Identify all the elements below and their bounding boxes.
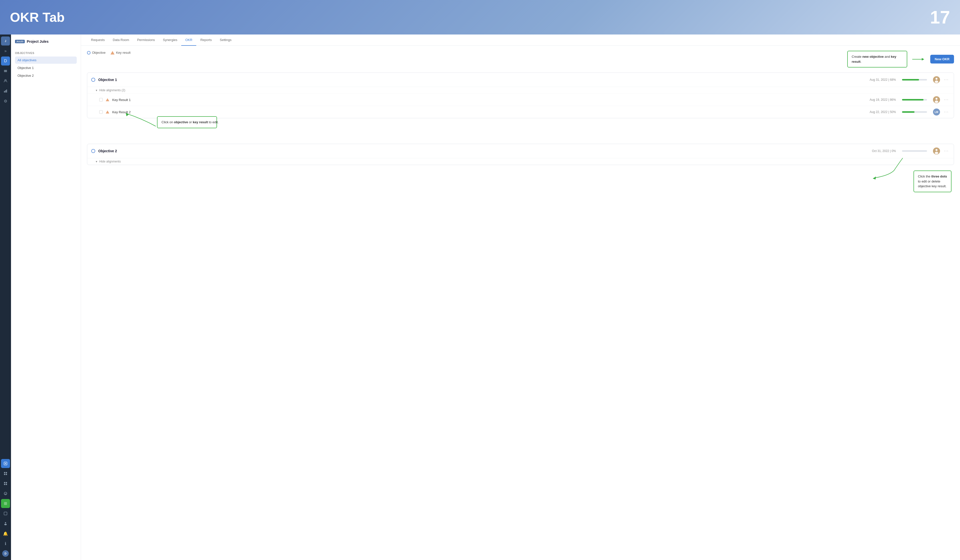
rail-gear-icon[interactable]: ⚙ xyxy=(1,96,10,106)
objective-2-progress-bar xyxy=(902,150,927,152)
objective-legend-label: Objective xyxy=(92,51,106,54)
svg-rect-13 xyxy=(6,482,7,483)
objective-card-2: Objective 2 Oct 31, 2022 | 0% ··· xyxy=(87,144,954,165)
svg-rect-8 xyxy=(4,472,5,473)
objective-2-row: Objective 2 Oct 31, 2022 | 0% ··· xyxy=(87,144,954,158)
project-name: Project Jules xyxy=(27,40,48,43)
rail-person-icon[interactable] xyxy=(1,519,10,528)
three-dots-callout: Click the three dotsto edit or deleteobj… xyxy=(914,171,952,192)
svg-rect-9 xyxy=(6,472,7,473)
legend-row: Objective Key result xyxy=(87,51,131,54)
svg-point-27 xyxy=(935,80,938,83)
objective-1-three-dots[interactable]: ··· xyxy=(943,77,950,82)
page-title: OKR Tab xyxy=(10,10,65,25)
rail-chart-icon[interactable] xyxy=(1,86,10,96)
objective-2-name[interactable]: Objective 2 xyxy=(98,149,869,153)
tab-settings[interactable]: Settings xyxy=(216,35,235,46)
kr-2-avatar: LM xyxy=(933,109,940,115)
new-okr-button[interactable]: New OKR xyxy=(930,55,954,64)
callout-create-text3: . xyxy=(861,60,861,64)
key-result-legend: Key result xyxy=(110,51,131,54)
kr-2-meta: Aug 22, 2022 | 50% xyxy=(869,110,896,114)
rail-app1-icon[interactable] xyxy=(1,459,10,468)
objective-2-avatar xyxy=(933,147,940,155)
svg-rect-0 xyxy=(4,72,7,72)
svg-rect-5 xyxy=(5,90,6,93)
kr-2-checkbox[interactable] xyxy=(99,110,103,114)
key-result-2-row: Key Result 2 Aug 22, 2022 | 50% LM ··· xyxy=(87,106,954,118)
sidebar: JULES Project Jules OBJECTIVES All objec… xyxy=(11,35,81,560)
rail-app4-icon[interactable] xyxy=(1,509,10,518)
svg-marker-31 xyxy=(126,113,129,116)
icon-rail: J » D ⚙ xyxy=(0,35,11,560)
objective-1-alignments-label: Hide alignments (2) xyxy=(99,88,125,92)
sidebar-item-all-objectives[interactable]: All objectives xyxy=(15,56,77,64)
tab-okr[interactable]: OKR xyxy=(181,35,196,46)
svg-point-18 xyxy=(6,493,6,493)
sidebar-item-objective-2[interactable]: Objective 2 xyxy=(15,72,77,79)
tab-data-room[interactable]: Data Room xyxy=(109,35,133,46)
svg-rect-11 xyxy=(6,474,7,475)
toggle-arrow-2-icon: ▼ xyxy=(95,160,98,163)
top-nav: Requests Data Room Permissions Synergies… xyxy=(81,35,960,46)
key-result-1-row: Key Result 1 Aug 19, 2022 | 86% ··· xyxy=(87,93,954,106)
objective-1-progress-fill xyxy=(902,79,919,80)
rail-user-icon[interactable]: D xyxy=(1,549,10,558)
objective-1-circle-icon xyxy=(91,78,95,82)
kr-1-progress-bar xyxy=(902,99,927,101)
objective-legend: Objective xyxy=(87,51,106,54)
rail-home-icon[interactable]: D xyxy=(1,56,10,66)
svg-rect-15 xyxy=(6,484,7,485)
tab-synergies[interactable]: Synergies xyxy=(159,35,181,46)
click-callout-wrapper: Click on objective or key result to edit… xyxy=(157,116,217,128)
rail-info-icon[interactable]: ℹ xyxy=(1,539,10,548)
objective-1-row: Objective 1 Aug 31, 2022 | 68% ··· xyxy=(87,73,954,87)
sidebar-section-label: OBJECTIVES xyxy=(15,51,77,54)
svg-rect-4 xyxy=(4,91,5,93)
rails-jules-icon[interactable]: J xyxy=(1,37,10,45)
rail-app2-icon[interactable] xyxy=(1,469,10,478)
objective-1-meta: Aug 31, 2022 | 68% xyxy=(869,78,896,82)
kr-1-three-dots[interactable]: ··· xyxy=(943,98,950,102)
rail-chevron-icon[interactable]: » xyxy=(1,46,10,56)
kr-2-name[interactable]: Key Result 2 xyxy=(112,110,867,114)
project-badge: JULES xyxy=(15,40,25,43)
dots-annotation-area: Click the three dotsto edit or deleteobj… xyxy=(87,168,954,198)
svg-rect-1 xyxy=(4,71,7,71)
rail-app3-icon[interactable] xyxy=(1,479,10,488)
rail-green-icon[interactable] xyxy=(1,499,10,508)
tab-permissions[interactable]: Permissions xyxy=(133,35,159,46)
callout-create-bold1: new objective xyxy=(862,55,883,59)
sidebar-item-objective-1[interactable]: Objective 1 xyxy=(15,64,77,72)
tab-reports[interactable]: Reports xyxy=(196,35,216,46)
objective-2-alignments-toggle[interactable]: ▼ Hide alignments xyxy=(87,158,954,165)
rail-users-icon[interactable] xyxy=(1,77,10,85)
objective-2-alignments-label: Hide alignments xyxy=(99,160,121,163)
click-annotation-area: Click on objective or key result to edit… xyxy=(87,121,954,141)
callout-create-text1: Create xyxy=(852,55,862,59)
svg-point-17 xyxy=(5,493,5,493)
click-edit-callout: Click on objective or key result to edit… xyxy=(157,116,217,128)
objective-1-alignments-toggle[interactable]: ▼ Hide alignments (2) xyxy=(87,87,954,93)
kr-1-name[interactable]: Key Result 1 xyxy=(112,98,867,102)
rail-bell-icon[interactable]: 🔔 xyxy=(1,529,10,538)
create-callout: Create new objective and key result. xyxy=(847,51,907,67)
svg-point-34 xyxy=(935,152,938,154)
rail-face-icon[interactable] xyxy=(1,489,10,498)
kr-2-three-dots[interactable]: ··· xyxy=(943,110,950,114)
key-result-triangle-icon xyxy=(110,51,115,54)
objective-1-progress-bar xyxy=(902,79,927,80)
svg-point-33 xyxy=(936,149,938,151)
svg-marker-24 xyxy=(922,58,924,61)
rail-layers-icon[interactable] xyxy=(1,67,10,75)
svg-marker-35 xyxy=(873,176,876,179)
header-banner: OKR Tab 17 xyxy=(0,0,960,35)
svg-rect-12 xyxy=(4,482,5,483)
kr-2-progress-fill xyxy=(902,111,915,113)
kr-1-checkbox[interactable] xyxy=(99,98,103,101)
toggle-arrow-icon: ▼ xyxy=(95,89,98,92)
objective-2-three-dots[interactable]: ··· xyxy=(943,149,950,153)
project-header: JULES Project Jules xyxy=(15,40,77,46)
tab-requests[interactable]: Requests xyxy=(87,35,109,46)
objective-1-name[interactable]: Objective 1 xyxy=(98,78,867,82)
